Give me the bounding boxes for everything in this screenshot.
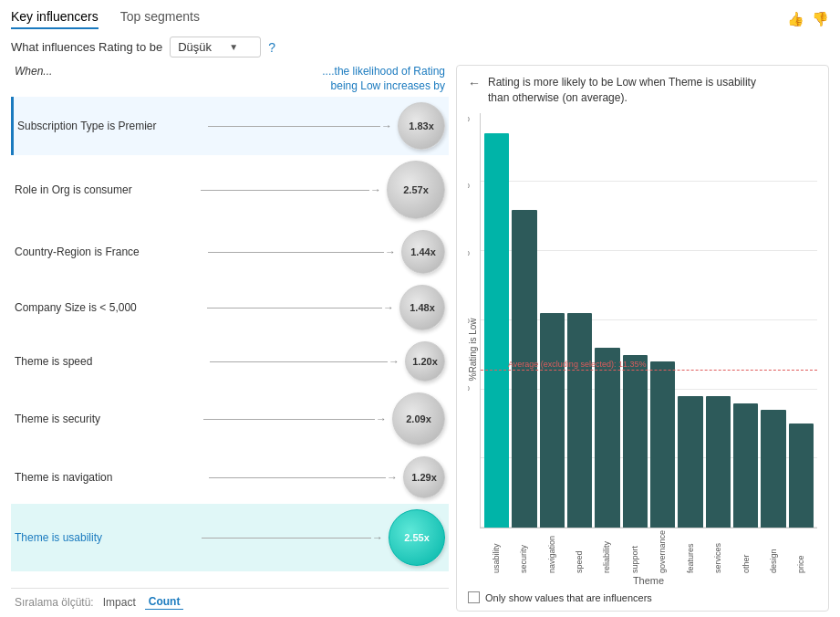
bars-container xyxy=(481,113,817,528)
multiplier-bubble: 1.83x xyxy=(398,102,445,150)
chart-wrapper: %Rating is Low 30% 25% 20% 15% 10% 5% xyxy=(468,113,817,586)
arrow-line: → xyxy=(201,183,381,196)
multiplier-bubble: 2.55x xyxy=(389,509,445,566)
x-axis-label: security xyxy=(519,530,528,573)
avg-line xyxy=(481,370,817,371)
help-icon[interactable]: ? xyxy=(268,40,275,55)
sort-impact-button[interactable]: Impact xyxy=(99,595,140,610)
left-panel: When... ....the likelihood of Rating bei… xyxy=(11,65,449,612)
arrow-tip-icon: → xyxy=(383,301,394,314)
y-label: 5% xyxy=(468,450,470,460)
thumbs-up-icon[interactable]: 👍 xyxy=(787,11,804,27)
chart-area: %Rating is Low 30% 25% 20% 15% 10% 5% xyxy=(468,113,817,603)
x-axis-label: design xyxy=(769,530,778,573)
arrow-tip-icon: → xyxy=(370,183,381,196)
x-axis-label: usability xyxy=(492,530,501,573)
sort-count-button[interactable]: Count xyxy=(145,594,184,610)
col-when-label: When... xyxy=(15,65,52,78)
arrow-tip-icon: → xyxy=(381,120,392,132)
influencer-label: Role in Org is consumer xyxy=(15,183,195,196)
right-header: ← Rating is more likely to be Low when T… xyxy=(468,75,817,106)
arrow-tip-icon: → xyxy=(376,413,387,425)
x-axis-labels: usabilitysecuritynavigationspeedreliabil… xyxy=(480,528,817,573)
thumbs-down-icon[interactable]: 👎 xyxy=(812,11,829,27)
influencer-item[interactable]: Theme is usability → 2.55x xyxy=(11,504,449,571)
y-label: 15% xyxy=(468,315,470,325)
arrow-line: → xyxy=(209,471,398,484)
y-label: 10% xyxy=(468,382,470,392)
influencer-item[interactable]: Theme is navigation → 1.29x xyxy=(11,451,449,504)
main-area: When... ....the likelihood of Rating bei… xyxy=(11,65,829,612)
y-label: 30% xyxy=(468,113,470,123)
influencer-list: Subscription Type is Premier → 1.83x Rol… xyxy=(11,97,449,586)
tab-bar: Key influencers Top segments xyxy=(11,9,200,29)
multiplier-bubble: 1.20x xyxy=(405,341,445,382)
checkbox-label: Only show values that are influencers xyxy=(485,592,652,603)
dropdown-value: Düşük xyxy=(178,40,212,54)
x-axis-label: support xyxy=(630,530,639,573)
arrow-tip-icon: → xyxy=(389,355,399,368)
influencer-label: Theme is navigation xyxy=(15,471,203,484)
arrow-line: → xyxy=(202,531,383,544)
influencer-label: Theme is speed xyxy=(15,355,204,368)
avg-line-label: Average (excluding selected): 11.35% xyxy=(508,360,646,369)
x-axis-title: Theme xyxy=(480,575,817,586)
x-axis-label: services xyxy=(713,530,722,573)
influencer-item[interactable]: Role in Org is consumer → 2.57x xyxy=(11,155,449,225)
x-axis-label: navigation xyxy=(547,530,556,573)
feedback-icons: 👍 👎 xyxy=(787,11,829,27)
influencer-item[interactable]: Subscription Type is Premier → 1.83x xyxy=(11,97,449,155)
subtitle-row: What influences Rating to be Düşük ▼ ? xyxy=(11,37,829,58)
influencer-label: Subscription Type is Premier xyxy=(17,120,202,132)
y-label: 25% xyxy=(468,180,470,190)
influencer-label: Theme is usability xyxy=(15,531,196,544)
multiplier-bubble: 1.29x xyxy=(403,456,445,498)
influencer-label: Country-Region is France xyxy=(15,246,202,258)
subtitle-prefix: What influences Rating to be xyxy=(11,40,162,54)
rating-dropdown[interactable]: Düşük ▼ xyxy=(170,37,261,58)
arrow-line: → xyxy=(203,413,387,425)
arrow-line: → xyxy=(210,355,399,368)
sort-label: Sıralama ölçütü: xyxy=(15,596,94,609)
arrow-tip-icon: → xyxy=(385,246,396,258)
multiplier-bubble: 1.44x xyxy=(401,230,445,274)
arrow-line: → xyxy=(208,246,396,258)
checkbox-row: Only show values that are influencers xyxy=(468,591,817,603)
influencer-label: Theme is security xyxy=(15,413,198,425)
bottom-bar: Sıralama ölçütü: Impact Count xyxy=(11,588,449,612)
influencer-item[interactable]: Country-Region is France → 1.44x xyxy=(11,225,449,279)
multiplier-bubble: 2.09x xyxy=(392,392,445,445)
column-headers: When... ....the likelihood of Rating bei… xyxy=(11,65,449,93)
x-axis-label: price xyxy=(796,530,805,573)
arrow-line: → xyxy=(207,301,394,314)
arrow-tip-icon: → xyxy=(387,471,398,484)
multiplier-bubble: 1.48x xyxy=(399,285,445,330)
tab-top-segments[interactable]: Top segments xyxy=(120,9,200,29)
influencer-label: Company Size is < 5,000 xyxy=(15,301,202,314)
y-labels: 30% 25% 20% 15% 10% 5% 0% xyxy=(468,113,470,528)
checkbox-influencers[interactable] xyxy=(468,591,480,603)
dropdown-arrow-icon: ▼ xyxy=(229,42,238,52)
multiplier-bubble: 2.57x xyxy=(387,161,445,219)
x-axis-label: speed xyxy=(575,530,584,573)
right-panel: ← Rating is more likely to be Low when T… xyxy=(456,65,829,612)
tab-key-influencers[interactable]: Key influencers xyxy=(11,9,99,29)
x-axis-label: governance xyxy=(658,530,667,573)
chart-title: Rating is more likely to be Low when The… xyxy=(488,75,780,106)
x-axis-label: reliability xyxy=(602,530,611,573)
col-likelihood-label: ....the likelihood of Rating being Low i… xyxy=(317,65,445,93)
chart-content: 30% 25% 20% 15% 10% 5% 0% xyxy=(480,113,817,586)
y-label: 0% xyxy=(468,518,470,528)
x-axis-label: features xyxy=(686,530,695,573)
back-arrow-icon[interactable]: ← xyxy=(468,76,481,90)
arrow-tip-icon: → xyxy=(372,531,383,544)
arrow-line: → xyxy=(208,120,393,132)
y-label: 20% xyxy=(468,247,470,257)
influencer-item[interactable]: Company Size is < 5,000 → 1.48x xyxy=(11,279,449,336)
x-axis-label: other xyxy=(741,530,751,573)
chart-grid: 30% 25% 20% 15% 10% 5% 0% xyxy=(480,113,817,528)
influencer-item[interactable]: Theme is security → 2.09x xyxy=(11,387,449,451)
influencer-item[interactable]: Theme is speed → 1.20x xyxy=(11,336,449,387)
